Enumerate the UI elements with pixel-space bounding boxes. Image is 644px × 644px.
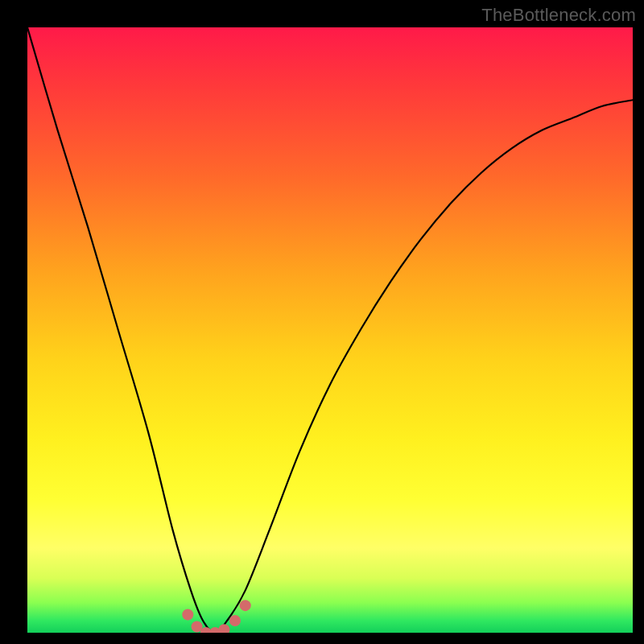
plot-area bbox=[27, 27, 633, 633]
curve-marker bbox=[182, 609, 193, 620]
curve-marker bbox=[240, 600, 251, 611]
curve-marker bbox=[218, 624, 229, 633]
bottleneck-curve-svg bbox=[27, 27, 633, 633]
curve-marker bbox=[229, 615, 241, 626]
bottleneck-curve bbox=[27, 27, 633, 633]
watermark-text: TheBottleneck.com bbox=[481, 5, 636, 26]
min-region-markers bbox=[182, 600, 250, 633]
chart-frame: TheBottleneck.com bbox=[0, 0, 644, 644]
